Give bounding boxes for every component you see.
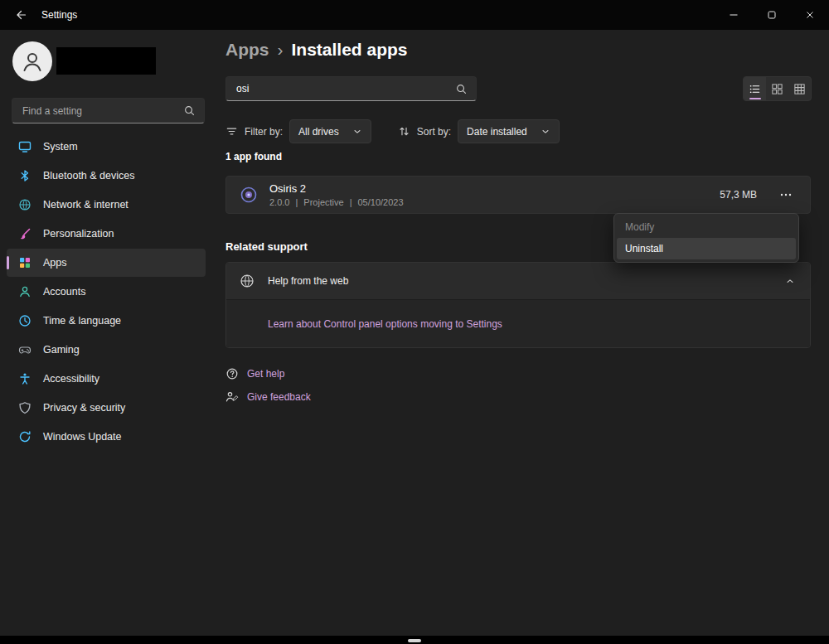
feedback-icon — [225, 390, 239, 404]
help-from-web-header[interactable]: Help from the web — [226, 263, 810, 300]
get-help-icon — [225, 367, 239, 380]
help-from-web-expander: Help from the web Learn about Control pa… — [225, 262, 811, 348]
give-feedback-link[interactable]: Give feedback — [247, 391, 311, 403]
taskbar-sliver[interactable] — [0, 636, 829, 644]
sidebar-item-system[interactable]: System — [7, 133, 206, 161]
sidebar-search — [12, 98, 205, 123]
grid-view-toggle[interactable] — [766, 77, 788, 100]
sidebar-item-apps[interactable]: Apps — [7, 249, 206, 277]
sidebar-item-bluetooth-devices[interactable]: Bluetooth & devices — [7, 162, 206, 190]
brush-icon — [18, 227, 32, 240]
minimize-button[interactable] — [715, 0, 753, 30]
controller-icon — [18, 343, 32, 356]
titlebar: Settings — [0, 0, 829, 30]
shield-icon — [18, 401, 32, 414]
back-icon — [14, 8, 27, 22]
sidebar-item-label: Gaming — [43, 344, 80, 356]
accessibility-icon — [18, 372, 32, 385]
page-title: Installed apps — [292, 40, 408, 60]
sort-icon — [398, 125, 410, 138]
sidebar-item-time-language[interactable]: Time & language — [7, 307, 206, 335]
sort-by-label: Sort by: — [417, 126, 451, 138]
filter-by-label: Filter by: — [245, 126, 283, 138]
sidebar-item-label: System — [43, 141, 78, 153]
help-from-web-title: Help from the web — [268, 275, 348, 287]
drive-filter-value: All drives — [298, 126, 339, 138]
menu-item-modify: Modify — [617, 216, 796, 238]
sidebar-nav: System Bluetooth & devices Network & int… — [7, 133, 206, 452]
sidebar-item-personalization[interactable]: Personalization — [7, 220, 206, 248]
app-info: Osiris 2 2.0.0 | Projective | 05/10/2023 — [269, 182, 404, 207]
sidebar-item-accessibility[interactable]: Accessibility — [7, 365, 206, 393]
app-row-osiris-2: Osiris 2 2.0.0 | Projective | 05/10/2023… — [225, 176, 811, 214]
close-button[interactable] — [791, 0, 829, 30]
update-icon — [18, 430, 32, 443]
give-feedback-row: Give feedback — [225, 390, 311, 404]
table-view-toggle[interactable] — [788, 77, 811, 100]
clock-icon — [18, 314, 32, 327]
control-panel-options-link[interactable]: Learn about Control panel options moving… — [268, 318, 502, 330]
avatar — [12, 41, 52, 81]
app-name: Osiris 2 — [269, 182, 404, 195]
get-help-link[interactable]: Get help — [247, 368, 284, 380]
selected-accent-bar — [7, 256, 9, 269]
person-icon — [18, 285, 32, 298]
app-meta: 2.0.0 | Projective | 05/10/2023 — [269, 197, 404, 207]
app-more-button[interactable] — [773, 184, 798, 206]
maximize-icon — [766, 9, 778, 21]
search-icon[interactable] — [455, 83, 468, 95]
results-count: 1 app found — [225, 151, 282, 162]
search-icon[interactable] — [183, 104, 196, 117]
sidebar-item-gaming[interactable]: Gaming — [7, 336, 206, 364]
user-name-redacted — [56, 47, 156, 75]
sidebar-item-label: Accounts — [43, 286, 85, 298]
sort-value: Date installed — [467, 126, 527, 138]
sidebar-item-network-internet[interactable]: Network & internet — [7, 191, 206, 219]
app-install-date: 05/10/2023 — [357, 197, 403, 207]
sidebar-item-label: Time & language — [43, 315, 121, 327]
back-button[interactable] — [7, 4, 35, 26]
window-title: Settings — [41, 9, 77, 21]
breadcrumb-separator: › — [278, 40, 284, 60]
drive-filter-dropdown[interactable]: All drives — [289, 119, 371, 143]
app-version: 2.0.0 — [269, 197, 289, 207]
globe-icon — [240, 274, 255, 288]
person-avatar-icon — [20, 49, 45, 74]
sidebar-item-windows-update[interactable]: Windows Update — [7, 423, 206, 451]
monitor-icon — [18, 140, 32, 153]
sort-dropdown[interactable]: Date installed — [458, 119, 560, 143]
settings-window: Settings System Bluetooth & devi — [0, 0, 829, 644]
get-help-row: Get help — [225, 367, 284, 380]
table-view-icon — [793, 83, 806, 95]
meta-separator: | — [350, 197, 352, 207]
sidebar-item-label: Windows Update — [43, 431, 122, 443]
chevron-up-icon — [785, 276, 795, 286]
list-view-toggle[interactable] — [744, 77, 766, 100]
sidebar-item-label: Privacy & security — [43, 402, 125, 414]
taskbar-pip — [408, 639, 421, 642]
filter-sort-row: Filter by: All drives Sort by: Date inst… — [225, 119, 560, 143]
sidebar-item-label: Bluetooth & devices — [43, 170, 135, 182]
more-icon — [779, 188, 793, 201]
related-support-heading: Related support — [225, 240, 308, 253]
maximize-button[interactable] — [753, 0, 791, 30]
menu-item-uninstall[interactable]: Uninstall — [617, 238, 796, 259]
installed-apps-search-input[interactable] — [226, 83, 455, 94]
minimize-icon — [728, 9, 739, 21]
view-toggle-group — [743, 76, 812, 101]
breadcrumb-apps[interactable]: Apps — [225, 40, 269, 60]
sidebar-search-input[interactable] — [12, 105, 183, 117]
meta-separator: | — [295, 197, 298, 207]
help-from-web-body: Learn about Control panel options moving… — [226, 300, 810, 347]
sidebar-item-privacy-security[interactable]: Privacy & security — [7, 394, 206, 422]
sidebar-item-accounts[interactable]: Accounts — [7, 278, 206, 306]
osiris-app-icon — [240, 186, 258, 204]
chevron-down-icon — [541, 127, 550, 137]
list-view-icon — [749, 83, 761, 95]
chevron-down-icon — [352, 127, 362, 137]
sidebar-item-label: Personalization — [43, 228, 114, 240]
filter-icon — [225, 125, 238, 138]
sidebar-item-label: Apps — [43, 257, 67, 269]
app-size: 57,3 MB — [720, 189, 757, 201]
sidebar-item-label: Network & internet — [43, 199, 128, 211]
